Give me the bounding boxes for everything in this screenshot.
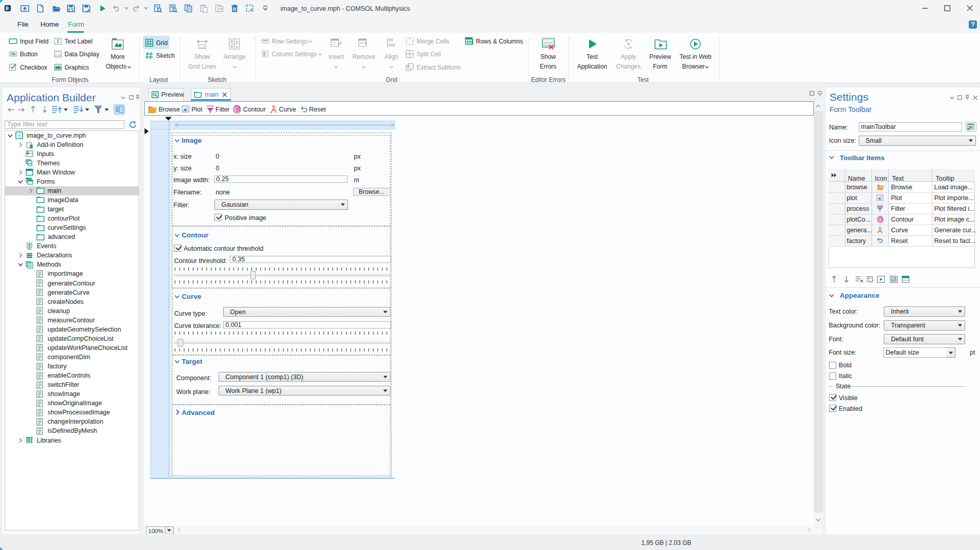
svg-text:1.23: 1.23 [55, 54, 61, 57]
svg-text:OK: OK [11, 52, 16, 56]
svg-text:A: A [17, 133, 20, 138]
svg-text:1.23: 1.23 [199, 46, 205, 49]
